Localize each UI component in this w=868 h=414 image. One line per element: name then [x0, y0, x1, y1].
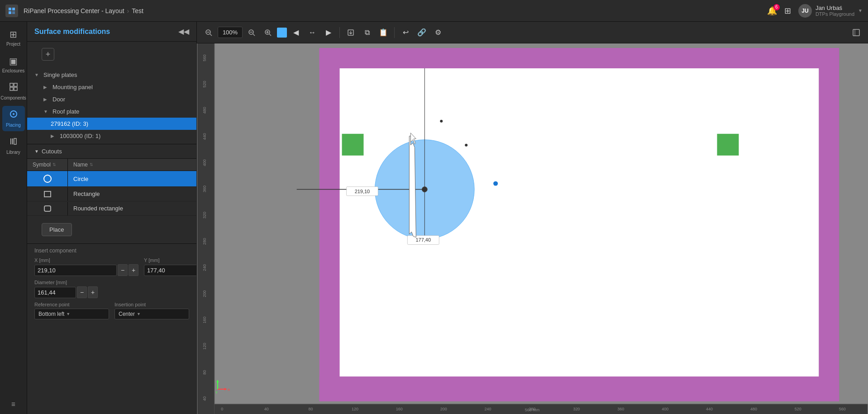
svg-text:40: 40: [202, 396, 207, 401]
place-button[interactable]: Place: [42, 223, 72, 236]
sidebar-item-enclosures[interactable]: ▣ Enclosures: [2, 52, 25, 77]
sidebar-collapse-button[interactable]: ◀◀: [178, 27, 189, 36]
user-avatar: JU: [798, 4, 812, 18]
diameter-decrement-button[interactable]: −: [77, 286, 87, 298]
symbol-row-rounded-rect[interactable]: Rounded rectangle: [27, 201, 196, 216]
svg-text:240: 240: [202, 264, 207, 271]
y-input[interactable]: [144, 265, 197, 276]
zoom-in-button[interactable]: [261, 25, 275, 40]
notification-badge: 6: [773, 4, 780, 10]
expand-arrow-1003000-icon: ▶: [51, 133, 57, 138]
svg-text:360: 360: [617, 407, 624, 411]
rect-symbol-icon: [44, 191, 51, 197]
topbar: RiPanel Processing Center - Layout › Tes…: [0, 0, 868, 22]
svg-text:X: X: [228, 388, 230, 392]
symbol-row-rectangle[interactable]: Rectangle: [27, 187, 196, 201]
tree-single-plates-label: Single plates: [43, 71, 77, 78]
cutouts-expand-icon: ▼: [34, 149, 39, 154]
name-cell-rounded-rect: Rounded rectangle: [68, 201, 196, 215]
reference-point-dropdown-icon: ▼: [66, 312, 70, 316]
svg-text:520: 520: [795, 407, 801, 411]
tree-single-plates[interactable]: ▼ Single plates: [27, 69, 196, 81]
add-button[interactable]: +: [42, 48, 54, 61]
name-cell-rectangle: Rectangle: [68, 187, 196, 201]
svg-point-87: [465, 144, 467, 147]
symbol-cell-rounded-rect: [27, 202, 68, 215]
svg-text:200: 200: [202, 290, 207, 297]
zoom-out-button[interactable]: [201, 25, 216, 40]
symbol-sort-icon[interactable]: ⇅: [52, 162, 56, 167]
diameter-input[interactable]: [34, 287, 76, 298]
layout-grid-icon[interactable]: ⊞: [784, 6, 791, 16]
paste-button[interactable]: 📋: [376, 25, 391, 40]
reference-point-dropdown[interactable]: Bottom left ▼: [34, 309, 109, 319]
copy-button[interactable]: ⧉: [360, 25, 374, 40]
svg-rect-10: [10, 138, 11, 144]
svg-text:440: 440: [202, 133, 207, 140]
tree-door[interactable]: ▶ Door: [27, 93, 196, 105]
link-button[interactable]: 🔗: [415, 25, 429, 40]
hamburger-menu[interactable]: ☰: [2, 398, 25, 410]
zoom-out-btn2[interactable]: [244, 25, 259, 40]
user-menu[interactable]: JU Jan Urbaś DTPs Playground ▼: [798, 4, 863, 18]
sidebar-item-library[interactable]: Library: [2, 133, 25, 158]
expand-arrow-icon: ▶: [43, 85, 50, 90]
svg-rect-1: [12, 8, 15, 10]
nav-next-button[interactable]: ▶: [321, 25, 336, 40]
diameter-increment-button[interactable]: +: [88, 286, 98, 298]
user-info: Jan Urbaś DTPs Playground: [816, 5, 854, 17]
insertion-point-dropdown-icon: ▼: [137, 312, 141, 316]
svg-text:Y: Y: [215, 390, 218, 395]
svg-text:568 mm: 568 mm: [525, 408, 539, 412]
y-input-row: − +: [144, 264, 197, 276]
tree-item-1003000[interactable]: ▶ 1003000 (ID: 1): [27, 130, 196, 142]
svg-text:560: 560: [202, 54, 207, 61]
tree-item-279162[interactable]: 279162 (ID: 3): [27, 118, 196, 130]
x-decrement-button[interactable]: −: [118, 264, 128, 276]
nav-fit-button[interactable]: ↔: [305, 25, 320, 40]
x-input-row: − +: [34, 264, 138, 276]
svg-text:0: 0: [221, 407, 223, 411]
tree-roof-plate[interactable]: ▼ Roof plate: [27, 105, 196, 118]
nav-prev-button[interactable]: ◀: [289, 25, 303, 40]
canvas[interactable]: 560 520 480 440 400 360 320 280 240 200 …: [197, 43, 868, 414]
svg-rect-72: [342, 134, 364, 156]
svg-text:80: 80: [309, 407, 313, 411]
svg-text:200: 200: [440, 407, 447, 411]
svg-text:120: 120: [202, 343, 207, 350]
svg-line-20: [269, 34, 271, 36]
symbol-col-header: Symbol ⇅: [27, 159, 68, 171]
svg-text:219,10: 219,10: [355, 189, 370, 194]
topbar-right: 🔔 6 ⊞ JU Jan Urbaś DTPs Playground ▼: [767, 4, 863, 18]
x-increment-button[interactable]: +: [129, 264, 138, 276]
x-input[interactable]: [34, 265, 117, 276]
notifications-button[interactable]: 🔔 6: [767, 6, 777, 16]
sidebar-item-placing[interactable]: Placing: [2, 106, 25, 131]
svg-text:120: 120: [352, 407, 358, 411]
sidebar-item-components[interactable]: Components: [2, 79, 25, 104]
undo-button[interactable]: ↩: [398, 25, 413, 40]
export-button[interactable]: [343, 25, 358, 40]
zoom-input[interactable]: [218, 27, 243, 38]
svg-rect-6: [10, 87, 13, 90]
svg-line-17: [253, 34, 255, 36]
name-col-header: Name ⇅: [68, 159, 196, 171]
project-icon: ⊞: [10, 29, 17, 40]
name-cell-circle: Circle: [68, 172, 196, 186]
symbol-cell-circle: [27, 171, 68, 186]
reference-point-label: Reference point: [34, 302, 109, 307]
name-sort-icon[interactable]: ⇅: [90, 162, 93, 167]
insertion-point-dropdown[interactable]: Center ▼: [114, 309, 189, 319]
svg-rect-3: [12, 11, 15, 14]
sidebar-toggle-button[interactable]: [849, 25, 863, 40]
symbol-cell-rect: [27, 187, 68, 201]
sidebar-item-project[interactable]: ⊞ Project: [2, 25, 25, 50]
symbol-row-circle[interactable]: Circle: [27, 171, 196, 187]
svg-text:320: 320: [573, 407, 580, 411]
tree-mounting-panel[interactable]: ▶ Mounting panel: [27, 81, 196, 93]
settings-button[interactable]: ⚙: [431, 25, 445, 40]
svg-rect-25: [853, 29, 859, 36]
svg-text:560: 560: [839, 407, 846, 411]
cutouts-section[interactable]: ▼ Cutouts: [27, 144, 196, 158]
svg-text:440: 440: [706, 407, 713, 411]
